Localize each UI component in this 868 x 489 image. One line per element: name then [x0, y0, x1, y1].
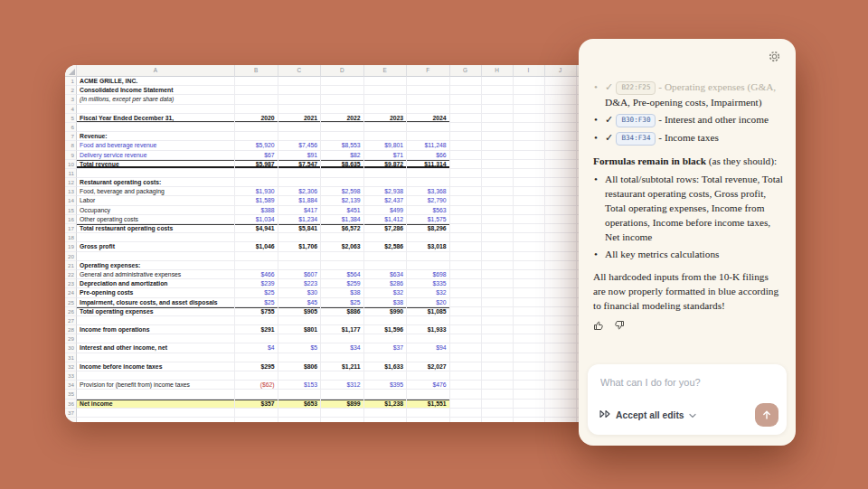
- cell-H35[interactable]: [482, 390, 514, 399]
- cell-A3[interactable]: (In millions, except per share data): [77, 95, 235, 104]
- cell-H33[interactable]: [482, 371, 514, 381]
- cell-J7[interactable]: [545, 132, 577, 141]
- cell-H15[interactable]: [482, 206, 514, 215]
- cell-G18[interactable]: [450, 233, 482, 242]
- column-header-D[interactable]: D: [321, 65, 364, 77]
- cell-D6[interactable]: [321, 123, 364, 132]
- row-number-35[interactable]: 35: [65, 390, 77, 399]
- cell-F15[interactable]: $563: [407, 206, 450, 215]
- cell-I15[interactable]: [514, 206, 545, 215]
- cell-A35[interactable]: [77, 390, 235, 399]
- cell-D18[interactable]: [321, 233, 364, 242]
- cell-I2[interactable]: [514, 86, 545, 95]
- cell-A32[interactable]: Income before income taxes: [77, 362, 235, 371]
- cell-I35[interactable]: [514, 390, 545, 399]
- cell-G13[interactable]: [450, 187, 482, 196]
- cell-F25[interactable]: $20: [407, 298, 450, 307]
- cell-H32[interactable]: [482, 362, 514, 371]
- cell-C8[interactable]: $7,456: [278, 141, 322, 150]
- cell-H5[interactable]: [482, 114, 514, 123]
- cell-B27[interactable]: [235, 316, 278, 325]
- cell-J6[interactable]: [545, 123, 577, 132]
- cell-B7[interactable]: [235, 132, 278, 141]
- cell-G4[interactable]: [450, 105, 482, 114]
- cell-H38[interactable]: [482, 418, 514, 422]
- cell-C12[interactable]: [278, 178, 322, 187]
- cell-H37[interactable]: [482, 409, 514, 418]
- row-number-36[interactable]: 36: [65, 400, 77, 409]
- cell-H14[interactable]: [482, 196, 514, 205]
- cell-D14[interactable]: $2,139: [321, 196, 364, 205]
- cell-A7[interactable]: Revenue:: [77, 132, 235, 141]
- row-number-27[interactable]: 27: [65, 316, 77, 325]
- cell-B2[interactable]: [235, 86, 278, 95]
- cell-C11[interactable]: [278, 169, 322, 178]
- row-number-20[interactable]: 20: [65, 252, 77, 261]
- column-header-A[interactable]: A: [77, 65, 235, 77]
- cell-E18[interactable]: [364, 233, 408, 242]
- cell-J9[interactable]: [545, 151, 577, 160]
- cell-I20[interactable]: [514, 252, 545, 261]
- cell-E29[interactable]: [364, 334, 408, 343]
- cell-A4[interactable]: [77, 105, 235, 114]
- cell-E37[interactable]: [364, 409, 408, 418]
- cell-range-chip[interactable]: B22:F25: [616, 81, 656, 96]
- cell-I29[interactable]: [514, 334, 545, 343]
- cell-I18[interactable]: [514, 233, 545, 242]
- cell-C24[interactable]: $30: [278, 288, 322, 297]
- cell-I7[interactable]: [514, 132, 545, 141]
- cell-J2[interactable]: [545, 86, 577, 95]
- cell-E6[interactable]: [364, 123, 408, 132]
- cell-G12[interactable]: [450, 178, 482, 187]
- cell-C25[interactable]: $45: [278, 298, 322, 307]
- cell-C27[interactable]: [278, 316, 322, 325]
- cell-J25[interactable]: [545, 298, 577, 307]
- cell-J27[interactable]: [545, 316, 577, 325]
- cell-J14[interactable]: [545, 196, 577, 205]
- cell-D37[interactable]: [321, 409, 364, 418]
- cell-B21[interactable]: [235, 261, 278, 270]
- cell-H13[interactable]: [482, 187, 514, 196]
- cell-C23[interactable]: $223: [278, 279, 322, 288]
- cell-D11[interactable]: [321, 169, 364, 178]
- cell-F1[interactable]: [407, 77, 450, 86]
- cell-D7[interactable]: [321, 132, 364, 141]
- cell-F36[interactable]: $1,551: [407, 400, 450, 409]
- cell-A11[interactable]: [77, 169, 235, 178]
- cell-H25[interactable]: [482, 298, 514, 307]
- cell-F24[interactable]: $32: [407, 288, 450, 297]
- cell-F9[interactable]: $66: [407, 151, 450, 160]
- cell-G5[interactable]: [450, 114, 482, 123]
- cell-I34[interactable]: [514, 381, 545, 390]
- cell-A15[interactable]: Occupancy: [77, 206, 235, 215]
- cell-C16[interactable]: $1,234: [278, 215, 322, 224]
- cell-F35[interactable]: [407, 390, 450, 399]
- cell-I21[interactable]: [514, 261, 545, 270]
- cell-J16[interactable]: [545, 215, 577, 224]
- cell-F28[interactable]: $1,933: [407, 325, 450, 334]
- cell-I1[interactable]: [514, 77, 545, 86]
- cell-F34[interactable]: $476: [407, 381, 450, 390]
- row-number-37[interactable]: 37: [65, 409, 77, 418]
- thumbs-up-icon[interactable]: [593, 320, 604, 334]
- cell-D12[interactable]: [321, 178, 364, 187]
- cell-G31[interactable]: [450, 353, 482, 362]
- cell-B18[interactable]: [235, 233, 278, 242]
- cell-D26[interactable]: $886: [321, 307, 364, 316]
- cell-I8[interactable]: [514, 141, 545, 150]
- cell-E14[interactable]: $2,437: [364, 196, 408, 205]
- cell-I22[interactable]: [514, 270, 545, 279]
- cell-F4[interactable]: [407, 105, 450, 114]
- cell-H1[interactable]: [482, 77, 514, 86]
- cell-C19[interactable]: $1,706: [278, 242, 322, 251]
- cell-B32[interactable]: $295: [235, 362, 278, 371]
- cell-D23[interactable]: $259: [321, 279, 364, 288]
- cell-J30[interactable]: [545, 343, 577, 353]
- cell-E20[interactable]: [364, 252, 408, 261]
- cell-I37[interactable]: [514, 409, 545, 418]
- row-number-6[interactable]: 6: [65, 123, 77, 132]
- cell-F26[interactable]: $1,085: [407, 307, 450, 316]
- row-number-2[interactable]: 2: [65, 86, 77, 95]
- cell-D15[interactable]: $451: [321, 206, 364, 215]
- cell-E19[interactable]: $2,586: [364, 242, 408, 251]
